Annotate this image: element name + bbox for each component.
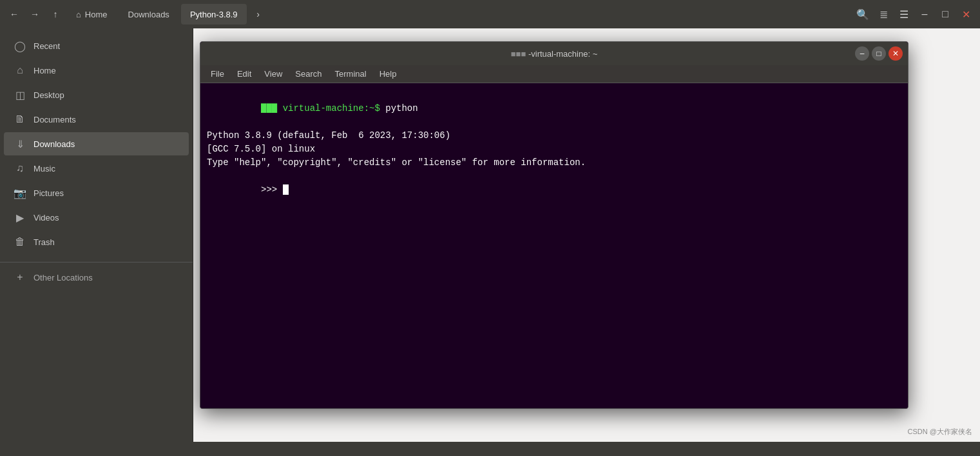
terminal-menu-view[interactable]: View [259,68,287,80]
recent-icon: ◯ [14,40,26,52]
nav-back-icon: ← [10,9,19,19]
next-tab-icon: › [256,9,260,19]
terminal-menu-edit[interactable]: Edit [232,68,256,80]
menu-button[interactable]: ☰ [895,5,913,23]
sidebar-label-home: Home [34,66,56,75]
terminal-line-prompt2: >>> [207,170,901,210]
trash-icon: 🗑 [14,236,26,248]
titlebar-actions: 🔍 ≣ ☰ – □ ✕ [854,5,975,23]
sidebar-label-documents: Documents [34,115,76,124]
close-icon: ✕ [962,8,970,21]
window-close-button[interactable]: ✕ [957,5,975,23]
terminal-body[interactable]: ███ virtual-machine:~$ python Python 3.8… [200,83,908,408]
terminal-controls: – □ ✕ [855,46,903,61]
nav-forward-icon: → [30,9,39,19]
sidebar-label-pictures: Pictures [34,188,64,198]
terminal-menu-search[interactable]: Search [290,68,327,80]
search-icon: 🔍 [856,8,869,21]
main-area: ◯ Recent ⌂ Home ◫ Desktop 🗎 Documents ⇓ … [0,28,980,442]
add-icon: + [14,272,26,283]
sidebar-label-music: Music [34,164,55,173]
terminal-maximize-button[interactable]: □ [872,46,886,61]
sidebar-item-trash[interactable]: 🗑 Trash [4,230,189,253]
sidebar-item-downloads[interactable]: ⇓ Downloads [4,132,189,155]
list-view-button[interactable]: ≣ [874,5,892,23]
tab-python[interactable]: Python-3.8.9 [181,4,247,25]
sidebar-label-downloads: Downloads [34,139,75,149]
music-icon: ♫ [14,163,26,174]
list-view-icon: ≣ [879,8,888,21]
terminal-prompt-text: ███ virtual-machine:~$ [261,103,380,114]
sidebar-item-music[interactable]: ♫ Music [4,157,189,180]
terminal-window[interactable]: ■■■ -virtual-machine: ~ – □ ✕ File Edit … [200,41,908,409]
sidebar-item-home[interactable]: ⌂ Home [4,59,189,82]
home-tab-icon: ⌂ [76,10,81,19]
terminal-line-3: Type "help", "copyright", "credits" or "… [207,156,901,170]
bottom-bar [0,442,980,456]
terminal-minimize-button[interactable]: – [855,46,869,61]
documents-icon: 🗎 [14,114,26,125]
terminal-line-prompt: ███ virtual-machine:~$ python [207,88,901,129]
sidebar-other-locations-label: Other Locations [34,273,93,283]
terminal-menu-help[interactable]: Help [374,68,402,80]
sidebar-item-recent[interactable]: ◯ Recent [4,34,189,57]
terminal-line-2: [GCC 7.5.0] on linux [207,143,901,156]
terminal-line-1: Python 3.8.9 (default, Feb 6 2023, 17:30… [207,129,901,143]
terminal-title: ■■■ -virtual-machine: ~ [511,49,597,59]
next-tab-button[interactable]: › [249,5,267,23]
terminal-menu-terminal[interactable]: Terminal [330,68,372,80]
desktop-icon: ◫ [14,89,26,101]
sidebar-label-trash: Trash [34,237,55,247]
maximize-icon: □ [942,8,948,20]
downloads-tab-label: Downloads [128,10,169,19]
home-icon: ⌂ [14,64,26,76]
home-tab-label: Home [85,10,108,19]
titlebar: ← → ↑ ⌂ Home Downloads Python-3.8.9 › 🔍 … [0,0,980,28]
watermark: CSDN @大作家侠名 [908,427,972,437]
minimize-icon: – [922,8,928,20]
tab-home[interactable]: ⌂ Home [67,4,117,25]
sidebar-item-pictures[interactable]: 📷 Pictures [4,181,189,204]
videos-icon: ▶ [14,212,26,223]
nav-forward-button[interactable]: → [26,5,44,23]
sidebar-item-documents[interactable]: 🗎 Documents [4,108,189,131]
nav-up-icon: ↑ [53,9,58,19]
nav-back-button[interactable]: ← [5,5,23,23]
nav-up-button[interactable]: ↑ [46,5,64,23]
terminal-close-button[interactable]: ✕ [889,46,903,61]
terminal-titlebar: ■■■ -virtual-machine: ~ – □ ✕ [200,42,908,65]
terminal-menubar: File Edit View Search Terminal Help [200,65,908,83]
terminal-menu-file[interactable]: File [206,68,229,80]
sidebar-item-videos[interactable]: ▶ Videos [4,206,189,229]
sidebar-label-desktop: Desktop [34,90,64,100]
search-button[interactable]: 🔍 [854,5,872,23]
tab-downloads[interactable]: Downloads [119,4,178,25]
window-minimize-button[interactable]: – [916,5,934,23]
sidebar-add-other-locations[interactable]: + Other Locations [4,266,189,289]
downloads-icon: ⇓ [14,138,26,150]
terminal-repl-prompt: >>> [261,184,283,195]
content-area: ■■■ -virtual-machine: ~ – □ ✕ File Edit … [193,28,980,442]
sidebar-label-recent: Recent [34,41,60,51]
python-tab-label: Python-3.8.9 [190,10,238,19]
pictures-icon: 📷 [14,187,26,199]
sidebar: ◯ Recent ⌂ Home ◫ Desktop 🗎 Documents ⇓ … [0,28,193,442]
menu-icon: ☰ [899,8,908,21]
sidebar-item-desktop[interactable]: ◫ Desktop [4,83,189,106]
terminal-cursor [283,184,289,195]
sidebar-label-videos: Videos [34,213,59,223]
window-maximize-button[interactable]: □ [936,5,954,23]
